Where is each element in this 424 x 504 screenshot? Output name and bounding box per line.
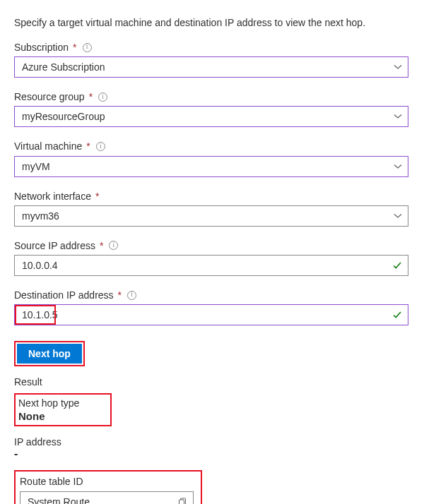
input-destination-ip[interactable]: 10.1.0.5 xyxy=(14,304,408,325)
input-source-ip-value: 10.0.0.4 xyxy=(22,260,392,271)
dropdown-subscription-value: Azure Subscription xyxy=(22,61,394,73)
label-resource-group-text: Resource group xyxy=(14,90,85,103)
highlight-next-hop-type: Next hop type None xyxy=(14,393,112,426)
dropdown-network-interface-value: myvm36 xyxy=(22,210,394,222)
dropdown-network-interface[interactable]: myvm36 xyxy=(14,205,408,227)
highlight-route-table: Route table ID System Route xyxy=(14,470,202,504)
required-mark: * xyxy=(73,41,76,54)
label-network-interface-text: Network interface xyxy=(14,190,91,203)
info-icon[interactable]: i xyxy=(98,92,107,102)
label-subscription: Subscription * i xyxy=(14,41,410,54)
result-heading: Result xyxy=(14,376,410,388)
check-icon xyxy=(392,260,402,270)
label-destination-ip-text: Destination IP address xyxy=(14,289,114,301)
button-row: Next hop xyxy=(14,341,410,366)
next-hop-type-value: None xyxy=(18,410,79,422)
route-table-field[interactable]: System Route xyxy=(20,491,194,504)
dropdown-virtual-machine-value: myVM xyxy=(22,161,394,172)
highlight-next-hop-button: Next hop xyxy=(14,341,85,366)
info-icon[interactable]: i xyxy=(109,241,118,250)
ip-address-label: IP address xyxy=(14,436,410,448)
svg-rect-1 xyxy=(179,500,184,504)
label-source-ip: Source IP address * i xyxy=(14,239,410,252)
label-virtual-machine: Virtual machine * i xyxy=(14,140,410,152)
required-mark: * xyxy=(86,140,90,152)
ip-address-value: - xyxy=(14,448,410,460)
chevron-down-icon xyxy=(394,112,402,121)
dropdown-resource-group-value: myResourceGroup xyxy=(22,111,394,122)
field-source-ip: Source IP address * i 10.0.0.4 xyxy=(14,239,410,276)
next-hop-button[interactable]: Next hop xyxy=(17,344,82,364)
dropdown-virtual-machine[interactable]: myVM xyxy=(14,156,408,177)
required-mark: * xyxy=(100,239,103,252)
required-mark: * xyxy=(89,90,93,103)
dropdown-resource-group[interactable]: myResourceGroup xyxy=(14,106,408,127)
label-network-interface: Network interface * xyxy=(14,190,410,203)
label-virtual-machine-text: Virtual machine xyxy=(14,140,82,152)
chevron-down-icon xyxy=(394,162,402,171)
next-hop-type-label: Next hop type xyxy=(18,397,79,409)
field-network-interface: Network interface * myvm36 xyxy=(14,190,410,227)
route-table-value: System Route xyxy=(28,496,90,504)
dropdown-subscription[interactable]: Azure Subscription xyxy=(14,56,408,78)
route-table-label: Route table ID xyxy=(20,476,194,487)
label-destination-ip: Destination IP address * i xyxy=(14,289,410,301)
input-source-ip[interactable]: 10.0.0.4 xyxy=(14,255,408,276)
info-icon[interactable]: i xyxy=(83,43,92,52)
copy-icon[interactable] xyxy=(177,497,187,504)
field-destination-ip: Destination IP address * i 10.1.0.5 xyxy=(14,289,410,325)
label-subscription-text: Subscription xyxy=(14,41,69,54)
required-mark: * xyxy=(118,289,122,301)
chevron-down-icon xyxy=(394,212,402,220)
label-resource-group: Resource group * i xyxy=(14,90,410,103)
field-virtual-machine: Virtual machine * i myVM xyxy=(14,140,410,176)
info-icon[interactable]: i xyxy=(96,142,105,151)
info-icon[interactable]: i xyxy=(127,291,136,300)
check-icon xyxy=(392,310,402,320)
field-subscription: Subscription * i Azure Subscription xyxy=(14,41,410,78)
input-destination-ip-value: 10.1.0.5 xyxy=(15,309,392,320)
label-source-ip-text: Source IP address xyxy=(14,239,95,252)
field-resource-group: Resource group * i myResourceGroup xyxy=(14,90,410,127)
required-mark: * xyxy=(95,190,99,203)
chevron-down-icon xyxy=(394,63,402,71)
page-intro: Specify a target virtual machine and des… xyxy=(14,17,410,28)
